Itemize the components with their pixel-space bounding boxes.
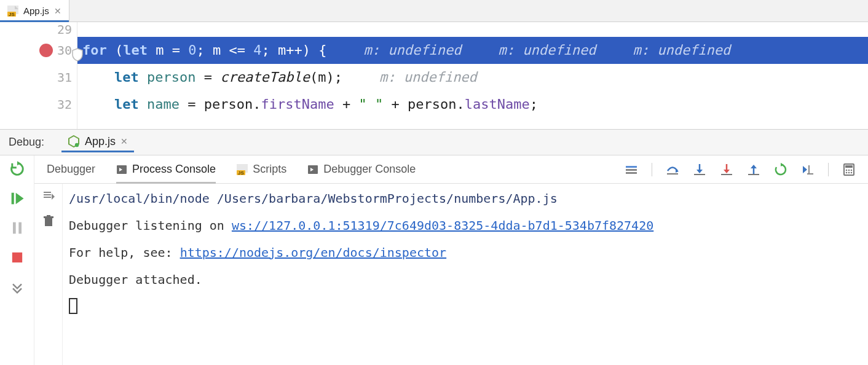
- debugger-console-tab[interactable]: Debugger Console: [307, 155, 416, 183]
- debug-run-config-tab[interactable]: App.js ✕: [61, 133, 134, 152]
- line-number: 30: [56, 37, 72, 64]
- svg-rect-18: [626, 166, 637, 168]
- debug-panel: Debug: App.js ✕ Debugger Process Console: [0, 129, 868, 365]
- scroll-to-end-icon[interactable]: [42, 190, 55, 203]
- inline-hint: m: undefined: [498, 37, 596, 64]
- svg-marker-33: [803, 166, 807, 173]
- calculator-icon[interactable]: [842, 163, 856, 176]
- js-file-icon: JS: [237, 164, 248, 175]
- separator: [652, 163, 652, 176]
- separator: [828, 163, 829, 176]
- line-number: 31: [56, 64, 72, 91]
- debugger-tab[interactable]: Debugger: [47, 155, 95, 183]
- step-into-icon[interactable]: [693, 163, 706, 176]
- method-shield-icon[interactable]: [71, 44, 84, 57]
- svg-text:JS: JS: [238, 170, 244, 175]
- svg-rect-20: [626, 172, 637, 174]
- svg-point-42: [848, 171, 850, 173]
- show-execution-point-icon[interactable]: [625, 163, 638, 176]
- console-line: /usr/local/bin/node /Users/barbara/Webst…: [69, 191, 558, 206]
- rerun-button[interactable]: [9, 160, 26, 178]
- svg-rect-22: [667, 173, 678, 175]
- inline-hint: m: undefined: [364, 37, 462, 64]
- svg-marker-30: [751, 165, 757, 168]
- svg-point-40: [851, 169, 853, 171]
- editor-tab-bar: JS App.js ✕: [0, 0, 868, 22]
- svg-point-43: [851, 171, 853, 173]
- svg-rect-6: [11, 193, 14, 205]
- svg-rect-28: [721, 174, 732, 175]
- svg-rect-10: [12, 253, 22, 262]
- svg-rect-25: [694, 174, 705, 175]
- console-gutter: [34, 184, 63, 365]
- console-icon: [116, 164, 127, 175]
- step-out-icon[interactable]: [747, 163, 760, 176]
- force-step-into-icon[interactable]: [720, 163, 733, 176]
- debug-left-rail: [0, 155, 34, 365]
- stop-button[interactable]: [9, 249, 26, 266]
- svg-rect-8: [13, 222, 16, 234]
- resume-button[interactable]: [9, 190, 26, 207]
- editor-gutter: 29 30 31 32: [0, 22, 77, 129]
- pause-button[interactable]: [9, 219, 26, 237]
- scripts-tab[interactable]: JS Scripts: [237, 155, 286, 183]
- svg-text:JS: JS: [9, 12, 15, 17]
- code-content[interactable]: for (let m = 0; m <= 4; m++) {m: undefin…: [77, 22, 868, 129]
- editor-tab-label: App.js: [23, 6, 49, 16]
- run-config-label: App.js: [85, 135, 116, 148]
- breakpoint-icon[interactable]: [39, 44, 53, 57]
- svg-point-39: [848, 169, 850, 171]
- svg-rect-31: [748, 174, 759, 175]
- svg-rect-49: [44, 216, 53, 218]
- console-line: For help, see:: [69, 245, 180, 260]
- svg-marker-24: [696, 170, 703, 173]
- evaluate-expression-icon[interactable]: [801, 163, 815, 176]
- inline-hint: m: undefined: [633, 37, 730, 64]
- console-link[interactable]: https://nodejs.org/en/docs/inspector: [180, 245, 446, 260]
- svg-marker-7: [15, 193, 23, 205]
- inline-hint: m: undefined: [379, 64, 477, 91]
- code-line-31[interactable]: let person = createTable(m);m: undefined: [77, 64, 868, 91]
- svg-marker-27: [724, 170, 730, 173]
- debug-title: Debug:: [9, 136, 44, 149]
- line-number: 32: [56, 91, 72, 118]
- svg-rect-19: [626, 169, 637, 171]
- console-icon: [307, 164, 318, 175]
- console-line: Debugger attached.: [69, 272, 202, 287]
- process-console-tab[interactable]: Process Console: [116, 155, 216, 183]
- nodejs-icon: [68, 135, 80, 147]
- js-file-icon: JS: [7, 6, 18, 17]
- process-console-output[interactable]: /usr/local/bin/node /Users/barbara/Webst…: [63, 184, 868, 365]
- code-editor[interactable]: 29 30 31 32 for (let m = 0; m <= 4; m++)…: [0, 22, 868, 129]
- code-line-32[interactable]: let name = person.firstName + " " + pers…: [77, 91, 868, 118]
- code-line-30[interactable]: for (let m = 0; m <= 4; m++) {m: undefin…: [77, 37, 868, 64]
- debug-tabs: Debugger Process Console JS Scripts Debu…: [34, 155, 868, 184]
- console-line: Debugger listening on: [69, 218, 232, 233]
- close-icon[interactable]: ✕: [120, 136, 128, 146]
- step-over-icon[interactable]: [666, 163, 679, 176]
- debug-header: Debug: App.js ✕: [0, 130, 868, 155]
- run-to-cursor-icon[interactable]: [774, 163, 787, 176]
- svg-rect-37: [845, 165, 853, 168]
- svg-rect-48: [45, 218, 52, 226]
- svg-point-41: [846, 171, 848, 173]
- svg-marker-47: [52, 194, 55, 200]
- svg-rect-9: [18, 222, 22, 234]
- svg-rect-50: [47, 215, 50, 216]
- svg-point-4: [75, 143, 79, 147]
- more-icon[interactable]: [9, 278, 26, 296]
- clear-all-icon[interactable]: [42, 214, 55, 228]
- debug-toolbar: [625, 163, 856, 176]
- console-caret: [69, 298, 77, 314]
- close-icon[interactable]: ✕: [54, 6, 61, 16]
- svg-point-38: [846, 169, 848, 171]
- console-link[interactable]: ws://127.0.0.1:51319/7c649d03-8325-4dda-…: [232, 218, 653, 233]
